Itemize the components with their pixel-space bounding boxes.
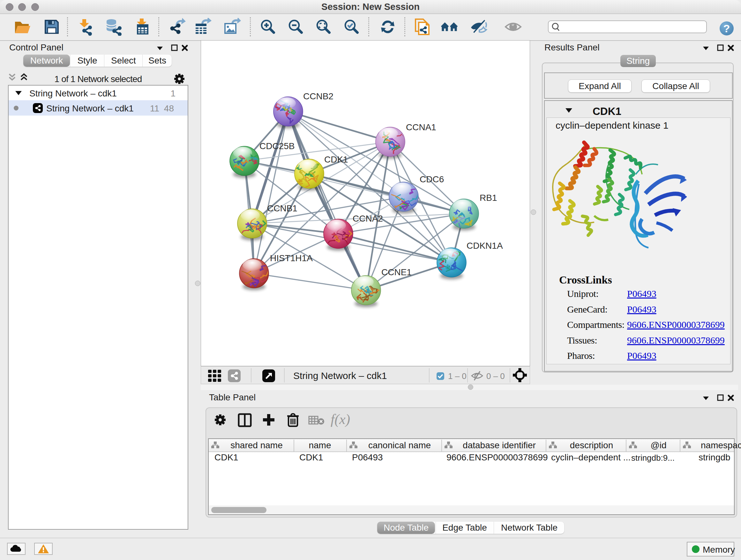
svg-text:CCNA1: CCNA1 [406,122,436,132]
svg-text:CDK1: CDK1 [324,154,348,165]
svg-text:CCNB1: CCNB1 [267,203,297,213]
svg-text:HIST1H1A: HIST1H1A [270,253,313,263]
svg-text:CDC6: CDC6 [420,174,444,184]
svg-text:CDKN1A: CDKN1A [467,241,503,251]
svg-text:RB1: RB1 [480,193,497,203]
svg-text:CDC25B: CDC25B [259,141,294,151]
svg-text:CCNE1: CCNE1 [381,267,412,277]
svg-text:CCNA2: CCNA2 [353,213,383,224]
svg-text:CCNB2: CCNB2 [303,91,333,101]
